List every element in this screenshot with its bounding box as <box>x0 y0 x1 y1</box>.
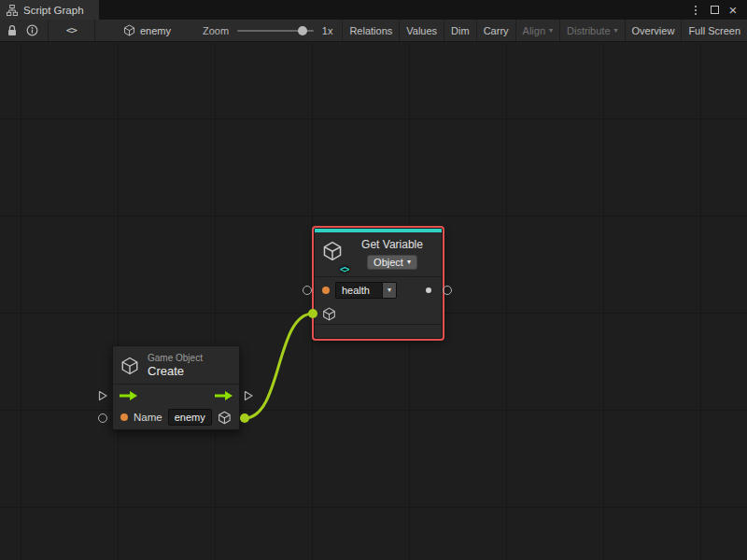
values-button[interactable]: Values <box>399 20 444 41</box>
create-object-output-port-connected[interactable] <box>240 413 249 423</box>
gameobject-cube-icon <box>123 24 135 36</box>
target-name: enemy <box>140 25 171 36</box>
graph-target[interactable]: enemy <box>123 20 171 41</box>
get-variable-node[interactable]: <> Get Variable Object ▾ health ▾ <box>314 228 443 339</box>
maximize-icon[interactable] <box>705 0 724 20</box>
gameobject-cube-icon <box>120 357 139 375</box>
chevron-down-icon: ▾ <box>549 27 553 35</box>
object-input-row <box>315 303 442 324</box>
tab-title: Script Graph <box>23 5 84 16</box>
lock-icon[interactable] <box>3 20 22 41</box>
gameobject-cube-icon <box>322 307 336 321</box>
chevron-down-icon: ▾ <box>388 287 391 294</box>
get-variable-header[interactable]: <> Get Variable Object ▾ <box>315 232 442 276</box>
zoom-label: Zoom <box>203 20 229 41</box>
variable-name-field[interactable]: health ▾ <box>335 282 397 299</box>
getvar-object-input-port-connected[interactable] <box>308 309 317 318</box>
name-input-row: Name enemy <box>113 407 239 429</box>
flow-out-arrow-icon[interactable] <box>214 390 233 401</box>
string-port-icon[interactable] <box>322 287 330 294</box>
getvar-value-output-port[interactable] <box>443 286 452 295</box>
variable-scope-dropdown[interactable]: Object ▾ <box>367 255 417 270</box>
gameobject-output-cube-icon[interactable] <box>218 411 232 425</box>
graph-toolbar: <> enemy Zoom 1x Relations Values Dim Ca… <box>0 20 747 42</box>
info-icon[interactable] <box>22 20 42 41</box>
kebab-menu-icon <box>695 6 697 15</box>
value-output-dot[interactable] <box>426 287 431 293</box>
zoom-slider[interactable] <box>237 20 314 41</box>
zoom-value: 1x <box>322 20 333 41</box>
create-header[interactable]: Game Object Create <box>113 346 239 384</box>
connection-wire[interactable] <box>245 314 313 418</box>
chevron-down-icon: ▾ <box>407 259 411 266</box>
node-title: Create <box>148 364 203 379</box>
string-port-icon[interactable] <box>120 413 128 421</box>
variable-name-row: health ▾ <box>315 277 442 303</box>
script-graph-window: Script Graph × <> <box>0 0 747 560</box>
close-icon[interactable]: × <box>724 0 742 20</box>
script-graph-icon <box>7 5 18 16</box>
create-name-input-port[interactable] <box>98 413 107 423</box>
carry-button[interactable]: Carry <box>476 20 515 41</box>
align-button[interactable]: Align ▾ <box>515 20 559 41</box>
name-input-field[interactable]: enemy <box>168 409 213 426</box>
fullscreen-button[interactable]: Full Screen <box>681 20 747 41</box>
graph-canvas[interactable]: <> Get Variable Object ▾ health ▾ <box>0 43 747 560</box>
create-flow-output-port[interactable] <box>244 390 253 401</box>
getvar-name-input-port[interactable] <box>303 286 312 295</box>
chevron-down-icon: ▾ <box>614 27 618 35</box>
dim-button[interactable]: Dim <box>444 20 476 41</box>
flow-in-arrow-icon[interactable] <box>119 390 138 401</box>
node-category: Game Object <box>148 353 203 364</box>
variable-name-dropdown[interactable]: ▾ <box>382 282 397 299</box>
overview-button[interactable]: Overview <box>625 20 682 41</box>
title-bar: Script Graph × <box>0 0 747 20</box>
window-controls: × <box>686 0 747 20</box>
code-icon[interactable]: <> <box>60 20 83 41</box>
distribute-button[interactable]: Distribute ▾ <box>559 20 624 41</box>
toolbar-buttons: Relations Values Dim Carry Align ▾ Distr… <box>342 20 747 41</box>
toolbar-separator <box>94 20 95 41</box>
variable-cube-icon: <> <box>322 241 343 270</box>
create-node[interactable]: Game Object Create Name enemy <box>112 345 240 430</box>
node-footer <box>315 325 442 338</box>
relations-button[interactable]: Relations <box>342 20 399 41</box>
create-flow-input-port[interactable] <box>98 390 107 401</box>
toolbar-separator <box>48 20 49 41</box>
zoom-slider-handle[interactable] <box>298 26 307 35</box>
variable-badge-icon: <> <box>340 264 348 274</box>
port-label: Name <box>134 412 162 423</box>
tab-script-graph[interactable]: Script Graph <box>0 0 99 20</box>
node-title: Get Variable <box>361 238 423 252</box>
flow-row <box>113 385 239 407</box>
window-menu-icon[interactable] <box>686 0 705 20</box>
